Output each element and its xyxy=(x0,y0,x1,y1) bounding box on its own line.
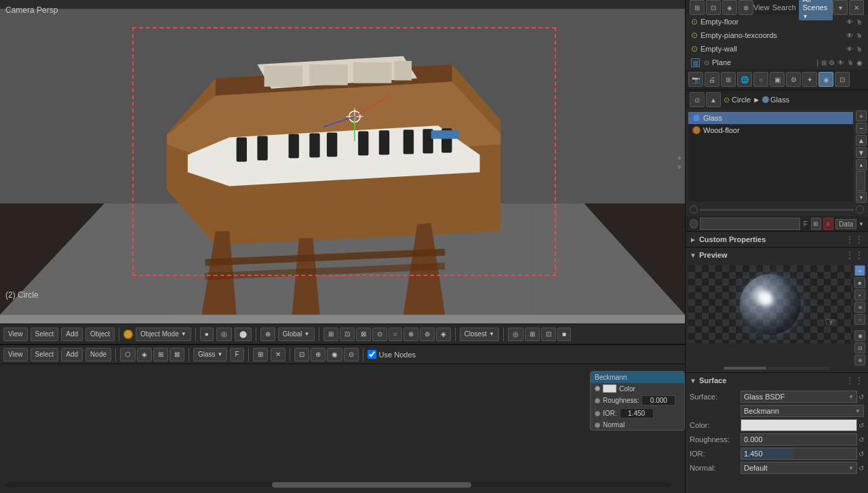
custom-properties-section[interactable]: ► Custom Properties ⋮⋮ xyxy=(686,231,868,247)
rendered[interactable]: ⬤ xyxy=(235,328,252,341)
scene-icon4[interactable]: ⊕ xyxy=(738,0,753,15)
preview-section-header[interactable]: ▼ Preview ⋮⋮ xyxy=(686,247,868,262)
scene-item-empty-wall[interactable]: ⊙ Empty-wall 👁 🖱 xyxy=(686,42,868,56)
add-menu[interactable]: Add xyxy=(61,328,83,341)
preview-plane-icon[interactable]: ■ xyxy=(854,277,865,288)
node-add[interactable]: Add xyxy=(61,348,83,361)
particle-icon[interactable]: ✦ xyxy=(802,72,817,87)
node-select[interactable]: Select xyxy=(31,348,59,361)
node-icon6[interactable]: ⊕ xyxy=(311,348,326,361)
cursor-4[interactable]: 🖱 xyxy=(847,59,854,66)
mat-up-btn[interactable]: ▲ xyxy=(856,135,867,146)
preview-hdri-icon[interactable]: ◉ xyxy=(854,330,865,341)
eye-2[interactable]: 👁 xyxy=(846,32,853,39)
viewport-shading[interactable]: ◎ xyxy=(216,328,232,341)
overlay-btn5[interactable]: ○ xyxy=(389,328,402,341)
node-canvas[interactable]: Beckmann Color Roughness: 0.000 IO xyxy=(0,364,685,493)
mat-scroll-up[interactable]: ▲ xyxy=(856,159,867,170)
shader-dropdown[interactable]: Glass ▼ xyxy=(193,348,227,361)
overlay-btn3[interactable]: ⊠ xyxy=(356,328,371,341)
mat-remove-btn[interactable]: − xyxy=(856,123,867,134)
preview-overlay-icon[interactable]: ⊕ xyxy=(854,355,865,366)
color-cycle[interactable]: ↺ xyxy=(859,422,864,429)
preview-hair-icon[interactable]: ≋ xyxy=(854,302,865,313)
scene-prop-icon[interactable]: 🌐 xyxy=(737,72,752,87)
transform-global[interactable]: ⊕ xyxy=(260,328,275,341)
preview-world-icon[interactable]: ○ xyxy=(854,314,865,325)
preview-cube-icon[interactable]: ▪ xyxy=(854,290,865,300)
use-nodes-checkbox[interactable] xyxy=(368,350,376,359)
global-dropdown[interactable]: Global ▼ xyxy=(278,328,315,341)
node-scrollbar-thumb[interactable] xyxy=(272,482,472,488)
surface-cycle[interactable]: ↺ xyxy=(859,393,864,401)
f-btn[interactable]: F xyxy=(230,348,243,361)
render-prop-icon[interactable]: 📷 xyxy=(688,72,703,87)
node-roughness-value[interactable]: 0.000 xyxy=(642,395,675,406)
scene-icon6[interactable]: ✕ xyxy=(849,0,864,15)
node-icon5[interactable]: ⊡ xyxy=(294,348,309,361)
preview-floor-icon[interactable]: ⊟ xyxy=(854,342,865,353)
overlay-btn7[interactable]: ⊚ xyxy=(420,328,435,341)
node-scrollbar[interactable] xyxy=(5,482,671,488)
node-color-swatch[interactable] xyxy=(603,384,616,393)
world-prop-icon[interactable]: ○ xyxy=(753,72,768,87)
view-btn[interactable]: View xyxy=(753,3,770,12)
surface-section-header[interactable]: ▼ Surface ⋮⋮ xyxy=(686,372,868,388)
data-dropdown[interactable]: Data xyxy=(835,219,856,229)
roughness-cycle[interactable]: ↺ xyxy=(859,436,864,443)
viewport[interactable]: Camera Persp xyxy=(0,0,685,323)
cursor-1[interactable]: 🖱 xyxy=(856,18,863,26)
node-node[interactable]: Node xyxy=(85,348,111,361)
ior-input[interactable]: 1.450 xyxy=(741,448,857,460)
scene-icon2[interactable]: ⊡ xyxy=(706,0,721,15)
node-icon1[interactable]: ⬡ xyxy=(120,348,136,361)
x-btn[interactable]: ✕ xyxy=(271,348,285,361)
overlay-btn1[interactable]: ⊞ xyxy=(323,328,338,341)
eye-3[interactable]: 👁 xyxy=(846,45,853,53)
normal-cycle[interactable]: ↺ xyxy=(859,465,864,472)
select-menu[interactable]: Select xyxy=(31,328,59,341)
node-icon7[interactable]: ◉ xyxy=(327,348,342,361)
snap-btn3[interactable]: ⊡ xyxy=(541,328,556,341)
shading-solid[interactable]: ● xyxy=(200,328,214,341)
data-icon[interactable]: ⊡ xyxy=(835,72,850,87)
cursor-2[interactable]: 🖱 xyxy=(856,32,863,39)
object-menu[interactable]: Object xyxy=(85,328,115,341)
scene-icon5[interactable]: ▾ xyxy=(833,0,848,15)
snap-btn1[interactable]: ◎ xyxy=(508,328,524,341)
modifier-icon[interactable]: ⚙ xyxy=(786,72,801,87)
surface-value-dropdown[interactable]: Glass BSDF ▼ xyxy=(741,391,857,403)
overlay-btn8[interactable]: ◈ xyxy=(436,328,451,341)
breadcrumb-up[interactable]: ▲ xyxy=(706,92,721,107)
ior-cycle[interactable]: ↺ xyxy=(859,450,864,458)
preview-sphere-icon[interactable]: ● xyxy=(854,265,865,276)
node-icon8[interactable]: ⊙ xyxy=(344,348,359,361)
closest-dropdown[interactable]: Closest ▼ xyxy=(460,328,499,341)
overlay-btn4[interactable]: ⊙ xyxy=(372,328,387,341)
material-icon[interactable]: ◉ xyxy=(818,72,833,87)
snap-btn4[interactable]: ■ xyxy=(557,328,571,341)
node-ior-value[interactable]: 1.450 xyxy=(620,408,654,418)
scene-icon3[interactable]: ◈ xyxy=(722,0,737,15)
link-btn[interactable]: ⊞ xyxy=(811,218,821,230)
overlay-btn2[interactable]: ⊡ xyxy=(340,328,355,341)
mat-add-btn[interactable]: + xyxy=(856,111,867,121)
scene-item-plane[interactable]: ▦ ⊙ Plane | ⊞ ⚙ 👁 🖱 ◉ xyxy=(686,56,868,69)
object-prop-icon[interactable]: ▣ xyxy=(770,72,785,87)
scene-item-empty-floor[interactable]: ⊙ Empty-floor 👁 🖱 xyxy=(686,15,868,28)
normal-dropdown[interactable]: Default ▼ xyxy=(741,462,857,474)
color-swatch[interactable] xyxy=(741,419,857,431)
node-icon4[interactable]: ⊠ xyxy=(170,348,184,361)
roughness-input[interactable]: 0.000 xyxy=(741,433,857,446)
view-layer-icon[interactable]: ⊞ xyxy=(721,72,736,87)
scene-icon1[interactable]: ⊞ xyxy=(690,0,705,15)
mat-down-btn[interactable]: ▼ xyxy=(856,147,867,158)
mode-dropdown[interactable]: Object Mode ▼ xyxy=(136,328,191,341)
material-item-glass[interactable]: Glass xyxy=(688,112,853,124)
scene-item-piano-texcoords[interactable]: ⊙ Empty-piano-texcoords 👁 🖱 xyxy=(686,28,868,42)
link-btn1[interactable]: ⊞ xyxy=(253,348,268,361)
node-icon2[interactable]: ◈ xyxy=(137,348,152,361)
eye-1[interactable]: 👁 xyxy=(846,18,853,26)
node-view[interactable]: View xyxy=(3,348,28,361)
material-name-input[interactable]: Glass xyxy=(700,218,800,230)
